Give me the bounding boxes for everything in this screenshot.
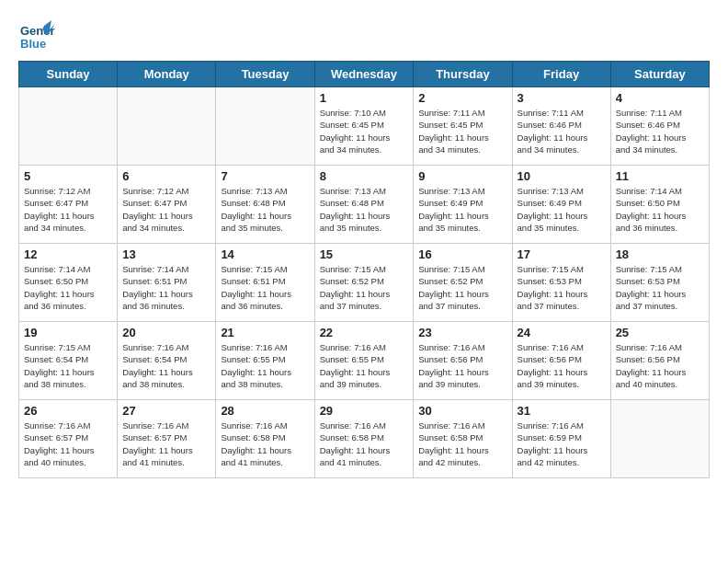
day-number: 18 bbox=[616, 247, 704, 261]
day-info: Sunrise: 7:13 AM Sunset: 6:49 PM Dayligh… bbox=[518, 185, 606, 234]
day-number: 25 bbox=[616, 326, 704, 339]
calendar-cell: 11Sunrise: 7:14 AM Sunset: 6:50 PM Dayli… bbox=[610, 166, 709, 244]
page-header: General Blue bbox=[18, 18, 710, 52]
svg-text:Blue: Blue bbox=[20, 37, 46, 51]
day-info: Sunrise: 7:14 AM Sunset: 6:50 PM Dayligh… bbox=[616, 185, 704, 234]
week-row-5: 26Sunrise: 7:16 AM Sunset: 6:57 PM Dayli… bbox=[19, 400, 710, 478]
day-number: 2 bbox=[418, 91, 506, 105]
day-number: 3 bbox=[518, 91, 606, 105]
calendar-cell: 20Sunrise: 7:16 AM Sunset: 6:54 PM Dayli… bbox=[118, 322, 216, 400]
calendar-cell: 29Sunrise: 7:16 AM Sunset: 6:58 PM Dayli… bbox=[314, 400, 414, 478]
calendar-cell bbox=[610, 400, 709, 478]
day-info: Sunrise: 7:12 AM Sunset: 6:47 PM Dayligh… bbox=[24, 185, 112, 234]
calendar-cell: 23Sunrise: 7:16 AM Sunset: 6:56 PM Dayli… bbox=[414, 322, 512, 400]
logo: General Blue bbox=[18, 18, 51, 52]
calendar-cell bbox=[118, 87, 216, 166]
header-monday: Monday bbox=[118, 62, 216, 87]
calendar-cell: 27Sunrise: 7:16 AM Sunset: 6:57 PM Dayli… bbox=[118, 400, 216, 478]
calendar-cell: 21Sunrise: 7:16 AM Sunset: 6:55 PM Dayli… bbox=[216, 322, 314, 400]
day-number: 19 bbox=[24, 326, 112, 339]
day-info: Sunrise: 7:13 AM Sunset: 6:48 PM Dayligh… bbox=[221, 185, 309, 234]
day-info: Sunrise: 7:15 AM Sunset: 6:52 PM Dayligh… bbox=[418, 263, 506, 312]
day-number: 28 bbox=[221, 404, 309, 418]
calendar-cell: 24Sunrise: 7:16 AM Sunset: 6:56 PM Dayli… bbox=[512, 322, 610, 400]
calendar-cell: 7Sunrise: 7:13 AM Sunset: 6:48 PM Daylig… bbox=[216, 166, 314, 244]
day-info: Sunrise: 7:10 AM Sunset: 6:45 PM Dayligh… bbox=[320, 107, 409, 155]
calendar-cell bbox=[216, 87, 314, 166]
day-number: 11 bbox=[616, 169, 704, 183]
day-number: 14 bbox=[221, 247, 309, 261]
header-tuesday: Tuesday bbox=[216, 62, 314, 87]
day-info: Sunrise: 7:13 AM Sunset: 6:49 PM Dayligh… bbox=[418, 185, 506, 234]
day-number: 9 bbox=[418, 169, 506, 183]
day-number: 17 bbox=[518, 247, 606, 261]
week-row-1: 1Sunrise: 7:10 AM Sunset: 6:45 PM Daylig… bbox=[19, 87, 710, 166]
day-number: 6 bbox=[122, 169, 210, 183]
day-info: Sunrise: 7:16 AM Sunset: 6:55 PM Dayligh… bbox=[221, 341, 309, 390]
day-info: Sunrise: 7:15 AM Sunset: 6:52 PM Dayligh… bbox=[320, 263, 409, 312]
day-info: Sunrise: 7:14 AM Sunset: 6:51 PM Dayligh… bbox=[122, 263, 210, 312]
calendar-cell: 17Sunrise: 7:15 AM Sunset: 6:53 PM Dayli… bbox=[512, 244, 610, 322]
day-number: 20 bbox=[122, 326, 210, 339]
day-info: Sunrise: 7:16 AM Sunset: 6:57 PM Dayligh… bbox=[122, 419, 210, 468]
week-row-3: 12Sunrise: 7:14 AM Sunset: 6:50 PM Dayli… bbox=[19, 244, 710, 322]
day-number: 24 bbox=[518, 326, 606, 339]
day-number: 31 bbox=[518, 404, 606, 418]
day-number: 4 bbox=[616, 91, 704, 105]
day-info: Sunrise: 7:15 AM Sunset: 6:54 PM Dayligh… bbox=[24, 341, 112, 390]
calendar-cell: 12Sunrise: 7:14 AM Sunset: 6:50 PM Dayli… bbox=[19, 244, 118, 322]
day-info: Sunrise: 7:11 AM Sunset: 6:46 PM Dayligh… bbox=[518, 107, 606, 155]
calendar-cell: 13Sunrise: 7:14 AM Sunset: 6:51 PM Dayli… bbox=[118, 244, 216, 322]
calendar-cell: 9Sunrise: 7:13 AM Sunset: 6:49 PM Daylig… bbox=[414, 166, 512, 244]
day-info: Sunrise: 7:15 AM Sunset: 6:53 PM Dayligh… bbox=[616, 263, 704, 312]
day-info: Sunrise: 7:16 AM Sunset: 6:54 PM Dayligh… bbox=[122, 341, 210, 390]
day-number: 12 bbox=[24, 247, 112, 261]
calendar-cell: 18Sunrise: 7:15 AM Sunset: 6:53 PM Dayli… bbox=[610, 244, 709, 322]
calendar-table: SundayMondayTuesdayWednesdayThursdayFrid… bbox=[18, 61, 710, 478]
day-number: 8 bbox=[320, 169, 409, 183]
day-info: Sunrise: 7:16 AM Sunset: 6:58 PM Dayligh… bbox=[320, 419, 409, 468]
day-number: 5 bbox=[24, 169, 112, 183]
day-number: 27 bbox=[122, 404, 210, 418]
logo-icon: General Blue bbox=[18, 18, 51, 52]
day-info: Sunrise: 7:11 AM Sunset: 6:46 PM Dayligh… bbox=[616, 107, 704, 155]
week-row-2: 5Sunrise: 7:12 AM Sunset: 6:47 PM Daylig… bbox=[19, 166, 710, 244]
calendar-header-row: SundayMondayTuesdayWednesdayThursdayFrid… bbox=[19, 62, 710, 87]
calendar-cell: 25Sunrise: 7:16 AM Sunset: 6:56 PM Dayli… bbox=[610, 322, 709, 400]
calendar-cell: 16Sunrise: 7:15 AM Sunset: 6:52 PM Dayli… bbox=[414, 244, 512, 322]
calendar-cell: 30Sunrise: 7:16 AM Sunset: 6:58 PM Dayli… bbox=[414, 400, 512, 478]
day-number: 29 bbox=[320, 404, 409, 418]
day-info: Sunrise: 7:11 AM Sunset: 6:45 PM Dayligh… bbox=[418, 107, 506, 155]
calendar-cell: 22Sunrise: 7:16 AM Sunset: 6:55 PM Dayli… bbox=[314, 322, 414, 400]
calendar-cell: 4Sunrise: 7:11 AM Sunset: 6:46 PM Daylig… bbox=[610, 87, 709, 166]
day-info: Sunrise: 7:16 AM Sunset: 6:55 PM Dayligh… bbox=[320, 341, 409, 390]
day-number: 7 bbox=[221, 169, 309, 183]
calendar-cell: 14Sunrise: 7:15 AM Sunset: 6:51 PM Dayli… bbox=[216, 244, 314, 322]
day-info: Sunrise: 7:16 AM Sunset: 6:58 PM Dayligh… bbox=[418, 419, 506, 468]
header-sunday: Sunday bbox=[19, 62, 118, 87]
calendar-cell: 31Sunrise: 7:16 AM Sunset: 6:59 PM Dayli… bbox=[512, 400, 610, 478]
day-number: 16 bbox=[418, 247, 506, 261]
day-info: Sunrise: 7:15 AM Sunset: 6:53 PM Dayligh… bbox=[518, 263, 606, 312]
day-number: 15 bbox=[320, 247, 409, 261]
day-number: 22 bbox=[320, 326, 409, 339]
week-row-4: 19Sunrise: 7:15 AM Sunset: 6:54 PM Dayli… bbox=[19, 322, 710, 400]
calendar-cell: 3Sunrise: 7:11 AM Sunset: 6:46 PM Daylig… bbox=[512, 87, 610, 166]
header-friday: Friday bbox=[512, 62, 610, 87]
calendar-cell: 10Sunrise: 7:13 AM Sunset: 6:49 PM Dayli… bbox=[512, 166, 610, 244]
calendar-cell: 15Sunrise: 7:15 AM Sunset: 6:52 PM Dayli… bbox=[314, 244, 414, 322]
day-number: 26 bbox=[24, 404, 112, 418]
day-info: Sunrise: 7:16 AM Sunset: 6:56 PM Dayligh… bbox=[616, 341, 704, 390]
calendar-cell: 1Sunrise: 7:10 AM Sunset: 6:45 PM Daylig… bbox=[314, 87, 414, 166]
day-number: 30 bbox=[418, 404, 506, 418]
calendar-cell bbox=[19, 87, 118, 166]
day-info: Sunrise: 7:14 AM Sunset: 6:50 PM Dayligh… bbox=[24, 263, 112, 312]
calendar-cell: 19Sunrise: 7:15 AM Sunset: 6:54 PM Dayli… bbox=[19, 322, 118, 400]
day-info: Sunrise: 7:16 AM Sunset: 6:59 PM Dayligh… bbox=[518, 419, 606, 468]
calendar-cell: 5Sunrise: 7:12 AM Sunset: 6:47 PM Daylig… bbox=[19, 166, 118, 244]
day-info: Sunrise: 7:12 AM Sunset: 6:47 PM Dayligh… bbox=[122, 185, 210, 234]
header-wednesday: Wednesday bbox=[314, 62, 414, 87]
calendar-cell: 28Sunrise: 7:16 AM Sunset: 6:58 PM Dayli… bbox=[216, 400, 314, 478]
header-thursday: Thursday bbox=[414, 62, 512, 87]
day-info: Sunrise: 7:15 AM Sunset: 6:51 PM Dayligh… bbox=[221, 263, 309, 312]
